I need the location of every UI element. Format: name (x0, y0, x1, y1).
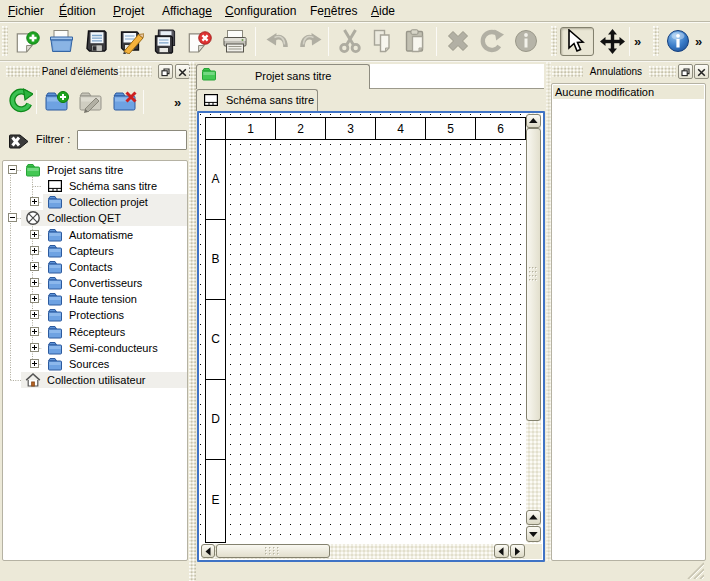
svg-text:3: 3 (347, 122, 354, 136)
svg-text:4: 4 (397, 122, 404, 136)
svg-text:2: 2 (297, 122, 304, 136)
svg-text:5: 5 (447, 122, 454, 136)
svg-text:6: 6 (497, 122, 504, 136)
svg-text:B: B (211, 252, 219, 266)
svg-text:A: A (211, 172, 219, 186)
svg-text:C: C (211, 332, 220, 346)
svg-text:1: 1 (247, 122, 254, 136)
svg-text:E: E (211, 493, 219, 507)
svg-text:D: D (211, 412, 220, 426)
